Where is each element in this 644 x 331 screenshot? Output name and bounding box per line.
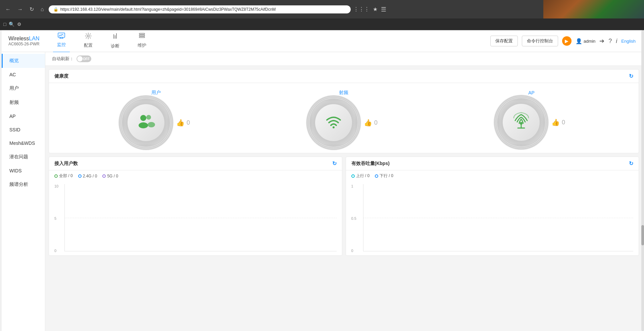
sidebar-item-issues[interactable]: 潜在问题 <box>2 150 45 164</box>
tab-config[interactable]: 配置 <box>80 30 97 52</box>
legend-all-label: 全部 / 0 <box>59 173 73 179</box>
y-axis-1: 1 <box>351 184 360 188</box>
health-score-radio: 👍 0 <box>364 119 378 127</box>
thumb-up-users-icon: 👍 <box>176 119 185 127</box>
throughput-panel: 有效吞吐量(Kbps) ↻ 上行 / 0 下行 / 0 <box>346 157 639 256</box>
forward-button[interactable]: → <box>15 5 25 14</box>
health-content: 用户 <box>49 83 639 153</box>
notification-icon[interactable]: ▶ <box>562 36 572 46</box>
tab-monitor[interactable]: 监控 <box>53 30 70 52</box>
y-axis-0-tp: 0 <box>351 249 360 253</box>
tab-maintain-label: 维护 <box>138 42 146 48</box>
new-tab-icon[interactable]: □ <box>3 22 6 27</box>
sidebar-item-wids[interactable]: WIDS <box>2 164 45 177</box>
ap-health-icon <box>512 111 531 134</box>
auto-refresh-toggle[interactable]: OFF <box>77 55 91 62</box>
help-icon[interactable]: ? <box>608 38 612 45</box>
user-count-panel: 接入用户数 ↻ 全部 / 0 2.4G / 0 <box>49 157 342 256</box>
y-axis-0-5: 0.5 <box>351 216 360 220</box>
svg-point-11 <box>140 115 146 121</box>
health-score-users: 👍 0 <box>176 119 190 127</box>
tab-diagnose-label: 诊断 <box>111 43 119 49</box>
address-bar[interactable]: 🔒 https://192.168.43.120/view/main/defau… <box>49 5 351 13</box>
info-icon[interactable]: i <box>616 38 617 45</box>
sidebar-item-radio[interactable]: 射频 <box>2 95 45 110</box>
logout-icon[interactable]: ➔ <box>599 37 604 45</box>
throughput-legend: 上行 / 0 下行 / 0 <box>346 170 639 181</box>
config-icon <box>85 33 92 41</box>
sidebar-item-users[interactable]: 用户 <box>2 81 45 95</box>
legend-2-4g-label: 2.4G / 0 <box>83 174 97 178</box>
svg-rect-8 <box>139 35 145 36</box>
user-count-header: 接入用户数 ↻ <box>49 157 342 170</box>
sidebar-item-spectrum[interactable]: 频谱分析 <box>2 177 45 192</box>
legend-dot-down <box>375 174 378 178</box>
maintain-icon <box>139 33 145 41</box>
scrollbar[interactable] <box>641 30 644 331</box>
sidebar-item-overview[interactable]: 概览 <box>2 54 45 68</box>
thumb-up-ap-icon: 👍 <box>551 118 560 126</box>
health-circle-radio <box>310 99 357 146</box>
health-circle-ap <box>498 99 545 146</box>
y-axis-5: 5 <box>54 216 61 220</box>
reload-button[interactable]: ↻ <box>28 5 36 14</box>
tab-monitor-label: 监控 <box>57 42 66 48</box>
health-circle-users <box>122 99 169 146</box>
star-icon[interactable]: ★ <box>373 6 378 12</box>
search-toolbar-icon[interactable]: 🔍 <box>9 22 14 27</box>
nav-tabs: 监控 配置 诊断 维护 <box>53 30 490 52</box>
save-config-button[interactable]: 保存配置 <box>490 36 518 46</box>
bottom-panels: 接入用户数 ↻ 全部 / 0 2.4G / 0 <box>49 157 639 256</box>
username: admin <box>584 39 595 44</box>
sidebar: 概览 AC 用户 射频 AP SSID Mesh&WDS 潜在问题 <box>2 52 45 331</box>
brand-wireless: Wireless <box>8 36 29 42</box>
legend-dot-2-4g <box>78 174 82 178</box>
y-axis-10: 10 <box>54 184 61 188</box>
legend-down: 下行 / 0 <box>375 173 393 179</box>
health-radio-label: 射频 <box>339 90 348 96</box>
sidebar-item-mesh[interactable]: Mesh&WDS <box>2 136 45 150</box>
extensions-icon[interactable]: ☰ <box>381 6 386 13</box>
legend-5g-label: 5G / 0 <box>107 174 118 178</box>
bookmarks-icon[interactable]: ⋮⋮⋮ <box>353 6 369 12</box>
back-button[interactable]: ← <box>3 5 13 14</box>
top-navigation: Wireless LAN AC6605-26-PWR 监控 配置 <box>2 30 642 52</box>
brand: Wireless LAN AC6605-26-PWR <box>8 36 40 46</box>
health-refresh-icon[interactable]: ↻ <box>629 73 633 79</box>
health-item-ap: AP <box>498 90 565 146</box>
content-area: 自动刷新： OFF 健康度 ↻ 用户 <box>45 52 642 331</box>
command-console-button[interactable]: 命令行控制台 <box>522 36 558 46</box>
home-button[interactable]: ⌂ <box>39 5 46 14</box>
svg-point-14 <box>148 122 155 127</box>
health-score-ap-value: 0 <box>562 119 565 126</box>
health-item-radio: 射频 <box>310 90 378 146</box>
health-section-header: 健康度 ↻ <box>49 70 639 83</box>
scrollbar-thumb[interactable] <box>641 225 644 245</box>
auto-refresh-label: 自动刷新： <box>52 56 74 62</box>
svg-rect-10 <box>139 33 145 34</box>
health-score-users-value: 0 <box>187 119 190 126</box>
throughput-chart: 1 0.5 0 <box>346 181 639 255</box>
legend-dot-up <box>351 174 355 178</box>
nav-actions: 保存配置 命令行控制台 ▶ 👤 admin ➔ ? i English <box>490 36 636 46</box>
sidebar-item-ssid[interactable]: SSID <box>2 123 45 136</box>
throughput-refresh-icon[interactable]: ↻ <box>629 160 633 167</box>
tab-maintain[interactable]: 维护 <box>134 30 150 52</box>
sidebar-item-ac[interactable]: AC <box>2 68 45 81</box>
health-ap-label: AP <box>528 90 535 95</box>
health-item-users: 用户 <box>122 90 190 146</box>
settings-toolbar-icon[interactable]: ⚙ <box>17 22 21 27</box>
health-title: 健康度 <box>54 73 68 79</box>
legend-dot-5g <box>102 174 106 178</box>
tab-diagnose[interactable]: 诊断 <box>107 30 123 52</box>
legend-2-4g: 2.4G / 0 <box>78 174 97 178</box>
health-score-radio-value: 0 <box>374 119 378 126</box>
throughput-header: 有效吞吐量(Kbps) ↻ <box>346 157 639 170</box>
toggle-off-label: OFF <box>83 57 90 61</box>
user-count-refresh-icon[interactable]: ↻ <box>332 160 337 167</box>
brand-lan: LAN <box>29 36 39 42</box>
language-selector[interactable]: English <box>621 39 636 44</box>
diagnose-icon <box>112 33 118 42</box>
sidebar-item-ap[interactable]: AP <box>2 110 45 123</box>
svg-point-12 <box>139 122 148 128</box>
